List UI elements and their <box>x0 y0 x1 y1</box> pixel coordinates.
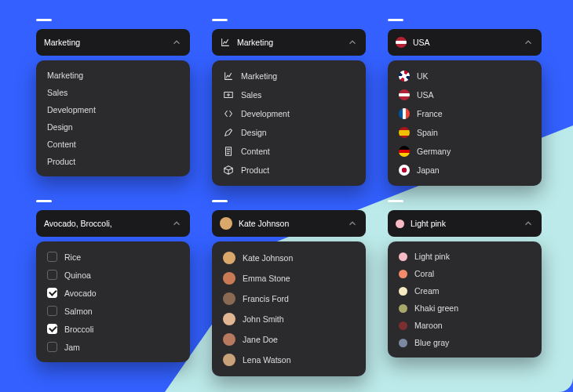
option-label: Content <box>47 140 76 149</box>
dropdown-plain-option[interactable]: Sales <box>36 84 190 101</box>
dropdown-colors-option[interactable]: Khaki green <box>388 299 542 317</box>
chevron-up-icon <box>347 218 358 229</box>
option-label: Sales <box>47 88 68 97</box>
dropdown-multiselect-option[interactable]: Quinoa <box>36 266 190 284</box>
option-label: Germany <box>417 147 451 156</box>
dropdown-people-option[interactable]: Kate Johnson <box>212 248 366 268</box>
dropdown-iconed-option[interactable]: Sales <box>212 85 366 104</box>
dropdown-iconed-option[interactable]: Design <box>212 123 366 142</box>
option-label: Light pink <box>414 252 450 261</box>
checkbox[interactable] <box>47 342 57 352</box>
accent-dash <box>212 19 228 21</box>
dropdown-multiselect-option[interactable]: Rice <box>36 248 190 266</box>
chart-icon <box>220 37 231 48</box>
dropdown-plain-option[interactable]: Product <box>36 153 190 170</box>
dropdown-multiselect-option[interactable]: Broccoli <box>36 320 190 338</box>
checkbox[interactable] <box>47 252 57 262</box>
dropdown-colors: Light pink Light pink Coral Cream Khaki … <box>388 200 542 376</box>
option-label: Lena Watson <box>243 355 290 365</box>
color-swatch <box>399 270 407 278</box>
accent-dash <box>388 19 403 21</box>
chevron-up-icon <box>171 37 182 48</box>
dropdown-iconed-option[interactable]: Product <box>212 161 366 180</box>
dropdown-colors-option[interactable]: Blue gray <box>388 334 542 351</box>
dropdown-colors-option[interactable]: Coral <box>388 265 542 282</box>
chevron-up-icon <box>347 37 358 48</box>
dropdown-multiselect-option[interactable]: Jam <box>36 338 190 356</box>
color-swatch <box>399 287 407 296</box>
dropdown-countries-option[interactable]: France <box>388 104 542 123</box>
avatar <box>223 313 235 325</box>
option-label: Blue gray <box>414 338 449 347</box>
dropdown-countries-option[interactable]: UK <box>388 67 542 85</box>
avatar <box>223 272 235 285</box>
dropdown-countries-option[interactable]: Germany <box>388 142 542 161</box>
dropdown-multiselect-option[interactable]: Avocado <box>36 284 190 302</box>
dropdown-people-option[interactable]: Francis Ford <box>212 289 366 309</box>
flag-icon <box>399 146 410 157</box>
option-label: Emma Stone <box>243 274 290 283</box>
dropdown-countries-trigger[interactable]: USA <box>388 29 542 56</box>
option-label: France <box>417 109 443 118</box>
dropdown-people-panel: Kate Johnson Emma Stone Francis Ford Joh… <box>212 241 366 376</box>
dropdown-countries-option[interactable]: USA <box>388 85 542 104</box>
option-label: Japan <box>417 165 440 175</box>
dropdown-iconed-option[interactable]: Content <box>212 142 366 161</box>
checkbox[interactable] <box>47 288 57 298</box>
dropdown-people-option[interactable]: Jane Doe <box>212 329 366 350</box>
accent-dash <box>212 200 228 202</box>
flag-icon <box>399 127 410 138</box>
dropdown-people-selected: Kate Johnson <box>239 219 341 228</box>
flag-icon <box>399 71 410 82</box>
option-label: Sales <box>241 90 261 100</box>
flag-icon <box>399 165 410 176</box>
option-label: Product <box>47 157 75 166</box>
dropdown-plain-option[interactable]: Design <box>36 118 190 136</box>
dropdown-colors-trigger[interactable]: Light pink <box>388 210 542 237</box>
dropdown-people-option[interactable]: Lena Watson <box>212 350 366 370</box>
dropdown-colors-selected: Light pink <box>411 219 516 228</box>
dropdown-iconed-option[interactable]: Development <box>212 104 366 123</box>
dropdown-people-option[interactable]: Emma Stone <box>212 268 366 289</box>
dropdown-iconed-option[interactable]: Marketing <box>212 67 366 85</box>
dollar-icon <box>223 89 234 100</box>
dropdown-people-trigger[interactable]: Kate Johnson <box>212 210 366 237</box>
dropdown-multiselect-option[interactable]: Salmon <box>36 302 190 320</box>
dropdown-iconed-panel: Marketing Sales Development Design Conte… <box>212 60 366 186</box>
checkbox[interactable] <box>47 324 57 334</box>
option-label: Marketing <box>241 71 277 81</box>
dropdown-countries-option[interactable]: Japan <box>388 161 542 180</box>
dropdown-countries-option[interactable]: Spain <box>388 123 542 142</box>
chart-icon <box>223 71 234 82</box>
dropdown-plain-trigger[interactable]: Marketing <box>36 29 190 56</box>
dropdown-multiselect-panel: Rice Quinoa Avocado Salmon Broccoli Jam <box>36 241 190 362</box>
dropdown-colors-option[interactable]: Maroon <box>388 317 542 334</box>
dropdown-plain-option[interactable]: Development <box>36 101 190 118</box>
showcase-grid: Marketing Marketing Sales Development De… <box>0 0 573 392</box>
dropdown-colors-option[interactable]: Cream <box>388 282 542 299</box>
dropdown-iconed: Marketing Marketing Sales Development De… <box>212 19 366 186</box>
checkbox[interactable] <box>47 306 57 316</box>
avatar <box>223 292 235 305</box>
option-label: Content <box>241 147 270 156</box>
dropdown-plain-option[interactable]: Marketing <box>36 67 190 84</box>
pen-icon <box>223 127 234 138</box>
flag-icon <box>396 37 407 48</box>
dropdown-iconed-trigger[interactable]: Marketing <box>212 29 366 56</box>
option-label: Development <box>47 105 96 114</box>
code-icon <box>223 108 234 119</box>
dropdown-colors-option[interactable]: Light pink <box>388 248 542 265</box>
dropdown-multiselect-trigger[interactable]: Avocado, Broccoli, <box>36 210 190 237</box>
flag-icon <box>399 89 410 100</box>
dropdown-people: Kate Johnson Kate Johnson Emma Stone Fra… <box>212 200 366 376</box>
dropdown-people-option[interactable]: John Smith <box>212 309 366 329</box>
avatar <box>223 333 235 346</box>
dropdown-plain-selected: Marketing <box>44 38 165 47</box>
dropdown-plain-option[interactable]: Content <box>36 136 190 153</box>
option-label: UK <box>417 71 429 81</box>
option-label: Jam <box>64 343 80 352</box>
dropdown-colors-panel: Light pink Coral Cream Khaki green Maroo… <box>388 241 542 358</box>
option-label: John Smith <box>243 314 284 324</box>
checkbox[interactable] <box>47 270 57 280</box>
color-swatch <box>396 220 404 228</box>
